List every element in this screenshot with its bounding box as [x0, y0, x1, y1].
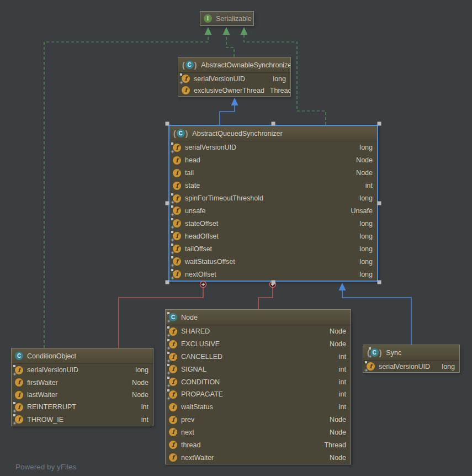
field-type: long	[354, 144, 373, 151]
field-type: long	[354, 232, 373, 240]
field-row[interactable]: fSIGNALint	[166, 363, 351, 375]
field-row[interactable]: fexclusiveOwnerThreadThread	[178, 84, 290, 96]
field-type: Thread	[264, 87, 290, 94]
static-marker-square	[171, 269, 173, 271]
field-name: prev	[181, 416, 194, 424]
field-icon: f	[173, 169, 181, 177]
field-name: THROW_IE	[27, 416, 63, 424]
field-icon: f	[173, 144, 181, 152]
static-marker-square	[13, 402, 15, 404]
field-row[interactable]: ftailOffsetlong	[169, 242, 377, 255]
fields-list: fserialVersionUIDlongffirstWaiterNodefla…	[12, 364, 153, 426]
extends-arrowhead-icon	[339, 283, 346, 290]
field-name: stateOffset	[185, 220, 218, 228]
field-row[interactable]: fheadOffsetlong	[169, 230, 377, 242]
aqs-extends-aos-edge[interactable]	[220, 98, 238, 125]
field-name: waitStatus	[181, 403, 213, 411]
class-box-abstract-ownable-synchronizer[interactable]: (C)AbstractOwnableSynchronizerfserialVer…	[178, 57, 291, 97]
class-header[interactable]: ISerializable	[200, 12, 253, 25]
field-row[interactable]: fserialVersionUIDlong	[12, 364, 153, 376]
yfiles-watermark: Powered by yFiles	[15, 463, 76, 471]
paren-mark: (	[173, 130, 176, 137]
fields-list: fserialVersionUIDlongfheadNodeftailNodef…	[169, 141, 377, 281]
field-type: Node	[126, 379, 149, 387]
field-icon: f	[173, 194, 181, 203]
field-row[interactable]: fCONDITIONint	[166, 375, 351, 388]
class-letter: C	[370, 348, 379, 357]
field-row[interactable]: fprevNode	[166, 414, 351, 426]
class-letter: C	[177, 129, 185, 137]
class-letter: C	[15, 352, 23, 360]
class-header[interactable]: (C)AbstractOwnableSynchronizer	[178, 57, 290, 73]
class-box-serializable[interactable]: ISerializable	[200, 11, 254, 26]
static-marker-square	[171, 218, 173, 220]
field-icon: f	[173, 182, 181, 190]
field-row[interactable]: fspinForTimeoutThresholdlong	[169, 192, 377, 205]
field-row[interactable]: fserialVersionUIDlong	[363, 361, 459, 372]
static-marker-square	[171, 244, 173, 246]
field-type: Node	[324, 340, 346, 348]
field-row[interactable]: fnextWaiterNode	[166, 451, 351, 464]
field-name: nextWaiter	[181, 454, 214, 462]
class-box-sync[interactable]: (C)SyncfserialVersionUIDlong	[363, 345, 460, 373]
field-name: tail	[185, 169, 194, 177]
field-row[interactable]: fthreadThread	[166, 438, 351, 451]
field-row[interactable]: fSHAREDNode	[166, 325, 351, 338]
field-row[interactable]: fnextNode	[166, 426, 351, 439]
field-icon: f	[169, 428, 177, 436]
field-row[interactable]: funsafeUnsafe	[169, 205, 377, 218]
static-marker-square	[167, 377, 169, 379]
realization-line	[226, 35, 234, 57]
uml-diagram-canvas[interactable]: ISerializable(C)AbstractOwnableSynchroni…	[0, 0, 472, 476]
field-row[interactable]: fserialVersionUIDlong	[178, 73, 290, 84]
class-box-abstract-queued-synchronizer[interactable]: (C)AbstractQueuedSynchronizerfserialVers…	[168, 125, 378, 282]
class-box-node[interactable]: CNodefSHAREDNodefEXCLUSIVENodefCANCELLED…	[165, 309, 351, 464]
class-letter: C	[185, 61, 194, 69]
static-marker-square	[171, 142, 173, 145]
field-name: serialVersionUID	[27, 366, 78, 374]
class-header[interactable]: CNode	[166, 310, 351, 325]
field-row[interactable]: fTHROW_IEint	[12, 414, 153, 426]
field-icon: f	[15, 378, 23, 387]
field-row[interactable]: fstateint	[169, 179, 377, 192]
field-row[interactable]: fstateOffsetlong	[169, 217, 377, 230]
implements-arrowhead-icon	[241, 27, 248, 35]
static-marker-square	[167, 352, 169, 354]
fields-list: fserialVersionUIDlongfexclusiveOwnerThre…	[178, 73, 290, 96]
static-marker-diamond	[171, 251, 174, 255]
static-marker-square	[171, 193, 173, 195]
inner-class-line	[258, 288, 273, 309]
field-row[interactable]: fEXCLUSIVENode	[166, 338, 351, 351]
static-marker-square	[171, 256, 173, 258]
field-type: int	[333, 366, 346, 373]
field-row[interactable]: fheadNode	[169, 154, 377, 167]
field-name: serialVersionUID	[194, 75, 245, 83]
field-row[interactable]: ffirstWaiterNode	[12, 376, 153, 388]
field-icon: f	[173, 245, 181, 253]
field-icon: f	[173, 257, 181, 266]
static-marker-square	[369, 347, 371, 350]
field-row[interactable]: flastWaiterNode	[12, 389, 153, 401]
field-row[interactable]: fwaitStatusint	[166, 401, 351, 414]
field-icon: f	[173, 219, 181, 228]
field-row[interactable]: fnextOffsetlong	[169, 268, 377, 281]
field-row[interactable]: fserialVersionUIDlong	[169, 141, 377, 154]
field-row[interactable]: fCANCELLEDint	[166, 351, 351, 363]
field-type: Unsafe	[345, 207, 373, 215]
field-row[interactable]: fREINTERRUPTint	[12, 401, 153, 413]
node-innerclass-of-aqs-edge[interactable]	[258, 282, 276, 310]
field-type: int	[333, 378, 346, 386]
aos-implements-serializable-edge[interactable]	[223, 27, 235, 57]
class-header[interactable]: CConditionObject	[12, 348, 153, 364]
field-row[interactable]: fPROPAGATEint	[166, 388, 351, 401]
static-marker-square	[180, 73, 182, 76]
field-icon: f	[169, 327, 177, 336]
class-header[interactable]: (C)Sync	[363, 345, 459, 361]
class-header[interactable]: (C)AbstractQueuedSynchronizer	[169, 126, 377, 141]
field-row[interactable]: ftailNode	[169, 167, 377, 179]
field-row[interactable]: fwaitStatusOffsetlong	[169, 255, 377, 268]
class-box-condition-object[interactable]: CConditionObjectfserialVersionUIDlongffi…	[11, 348, 153, 426]
implements-arrowhead-icon	[223, 27, 230, 35]
field-name: firstWaiter	[27, 379, 58, 387]
field-icon: f	[173, 207, 181, 215]
